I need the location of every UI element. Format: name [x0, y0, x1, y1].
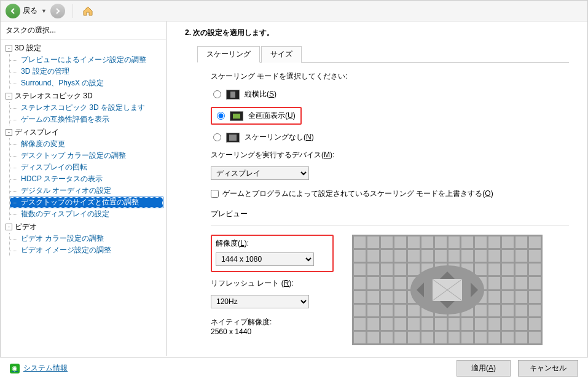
scaling-panel: スケーリング モードを選択してください: 縦横比(S) 全画面表示(U) スケー… [185, 71, 569, 345]
tree-toggle-icon[interactable]: - [6, 45, 12, 52]
tree-item[interactable]: プレビューによるイメージ設定の調整 [10, 54, 163, 66]
native-res: ネイティブ解像度: 2560 x 1440 [211, 317, 334, 336]
native-value: 2560 x 1440 [211, 327, 334, 336]
preview-image [352, 235, 543, 345]
back-button[interactable]: 戻る ▼ [6, 4, 47, 18]
forward-button[interactable] [49, 2, 66, 20]
tree-item[interactable]: 複数のディスプレイの設定 [10, 208, 163, 220]
tree-parent[interactable]: -ステレオスコピック 3D [3, 90, 163, 102]
radio-fullscreen-input[interactable] [217, 112, 225, 120]
toolbar-divider [73, 4, 73, 18]
tree-item[interactable]: ビデオ カラー設定の調整 [10, 233, 163, 244]
radio-noscale-label: スケーリングなし(N) [245, 132, 314, 143]
radio-aspect-label: 縦横比(S) [245, 89, 276, 100]
radio-aspect-input[interactable] [213, 90, 221, 98]
tree-parent[interactable]: -ビデオ [3, 221, 163, 233]
preview-separator [211, 225, 569, 226]
tree: -3D 設定プレビューによるイメージ設定の調整3D 設定の管理Surround、… [1, 40, 166, 356]
device-label: スケーリングを実行するデバイス(M): [211, 150, 569, 160]
noscale-icon [226, 133, 240, 143]
content-scroll[interactable]: 2. 次の設定を適用します。 スケーリング サイズ スケーリング モードを選択し… [167, 21, 587, 356]
scaling-mode-label: スケーリング モードを選択してください: [211, 71, 569, 82]
device-select[interactable]: ディスプレイ [211, 166, 309, 180]
sidebar-title: タスクの選択... [1, 21, 166, 40]
back-arrow-icon [6, 4, 20, 18]
override-checkbox-input[interactable] [211, 190, 219, 198]
tree-parent-label: ステレオスコピック 3D [15, 91, 93, 101]
toolbar: 戻る ▼ [1, 1, 587, 21]
back-label: 戻る [23, 6, 37, 16]
resolution-select[interactable]: 1444 x 1080 [216, 252, 314, 266]
preview-label: プレビュー [211, 209, 569, 219]
tree-parent-label: 3D 設定 [15, 43, 41, 53]
native-label: ネイティブ解像度: [211, 317, 334, 327]
tree-parent[interactable]: -ディスプレイ [3, 127, 163, 138]
tree-item[interactable]: 3D 設定の管理 [10, 66, 163, 77]
tree-parent[interactable]: -3D 設定 [3, 42, 163, 54]
tree-item[interactable]: デスクトップ カラー設定の調整 [10, 150, 163, 162]
refresh-select[interactable]: 120Hz [211, 295, 309, 308]
radio-noscale-input[interactable] [213, 133, 221, 141]
content: 2. 次の設定を適用します。 スケーリング サイズ スケーリング モードを選択し… [167, 21, 587, 356]
override-label: ゲームとプログラムによって設定されているスケーリング モードを上書きする(O) [222, 189, 493, 199]
tree-item[interactable]: Surround、PhysX の設定 [10, 77, 163, 89]
footer: ◉ システム情報 適用(A) キャンセル [0, 357, 588, 379]
tree-item[interactable]: ディスプレイの回転 [10, 162, 163, 173]
back-dropdown-icon: ▼ [41, 8, 47, 14]
tree-toggle-icon[interactable]: - [6, 224, 12, 230]
radio-aspect[interactable]: 縦横比(S) [211, 88, 569, 101]
tree-parent-label: ディスプレイ [15, 127, 59, 138]
sysinfo-icon: ◉ [10, 364, 20, 373]
radio-noscale[interactable]: スケーリングなし(N) [211, 131, 569, 144]
tree-item[interactable]: ステレオスコピック 3D を設定します [10, 102, 163, 114]
radio-fullscreen[interactable]: 全画面表示(U) [211, 107, 302, 125]
tab-scaling[interactable]: スケーリング [197, 46, 260, 63]
tree-item[interactable]: デジタル オーディオの設定 [10, 185, 163, 197]
system-info-link[interactable]: ◉ システム情報 [10, 363, 68, 373]
cancel-button[interactable]: キャンセル [518, 360, 578, 377]
tab-size[interactable]: サイズ [261, 46, 302, 63]
resolution-box: 解像度(L): 1444 x 1080 [211, 235, 334, 272]
refresh-label: リフレッシュ レート (R): [211, 278, 334, 289]
tree-item[interactable]: ゲームの互換性評価を表示 [10, 114, 163, 125]
tree-item[interactable]: ビデオ イメージ設定の調整 [10, 244, 163, 256]
preview-area: 解像度(L): 1444 x 1080 リフレッシュ レート (R): 120H… [211, 235, 569, 345]
tree-toggle-icon[interactable]: - [6, 93, 12, 100]
tree-parent-label: ビデオ [15, 222, 37, 232]
tree-toggle-icon[interactable]: - [6, 129, 12, 136]
section-heading: 2. 次の設定を適用します。 [185, 28, 569, 38]
refresh-field: リフレッシュ レート (R): 120Hz [211, 278, 334, 308]
apply-button[interactable]: 適用(A) [457, 360, 511, 377]
fullscreen-icon [230, 111, 243, 121]
tabs: スケーリング サイズ [197, 45, 569, 63]
sysinfo-label: システム情報 [23, 363, 68, 373]
sidebar: タスクの選択... -3D 設定プレビューによるイメージ設定の調整3D 設定の管… [1, 21, 167, 356]
device-field: スケーリングを実行するデバイス(M): ディスプレイ [211, 150, 569, 180]
preview-overlay [410, 265, 484, 315]
forward-arrow-icon [50, 4, 65, 18]
radio-fullscreen-label: 全画面表示(U) [248, 111, 296, 121]
tree-item[interactable]: HDCP ステータスの表示 [10, 173, 163, 185]
tree-item[interactable]: デスクトップのサイズと位置の調整 [10, 197, 163, 208]
aspect-icon [226, 90, 240, 100]
tree-item[interactable]: 解像度の変更 [10, 138, 163, 150]
resolution-label: 解像度(L): [216, 238, 329, 249]
home-button[interactable] [79, 2, 96, 20]
override-checkbox[interactable]: ゲームとプログラムによって設定されているスケーリング モードを上書きする(O) [211, 189, 569, 199]
